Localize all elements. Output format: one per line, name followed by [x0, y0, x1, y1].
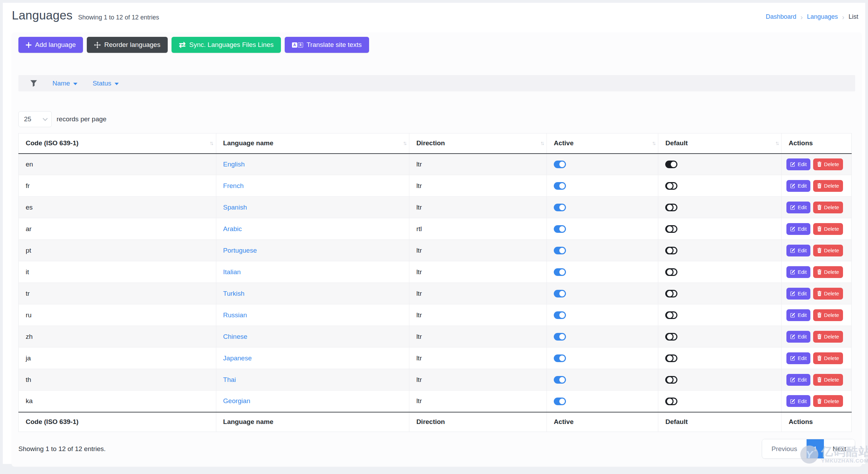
edit-button[interactable]: Edit	[786, 331, 810, 343]
table-head: Code (ISO 639-1)↑↓Language name↑↓Directi…	[19, 133, 852, 154]
direction-cell: rtl	[409, 218, 547, 240]
edit-pencil-icon	[790, 162, 795, 167]
default-toggle[interactable]	[665, 225, 677, 233]
active-toggle[interactable]	[554, 225, 566, 233]
footer-column-header-active: Active	[546, 412, 658, 432]
default-toggle[interactable]	[665, 290, 677, 297]
language-name-link[interactable]: Chinese	[223, 333, 248, 340]
default-toggle[interactable]	[665, 333, 677, 341]
caret-down-icon	[73, 83, 77, 85]
active-toggle[interactable]	[554, 161, 566, 168]
delete-button-label: Delete	[824, 312, 839, 318]
filter-dropdown-name[interactable]: Name	[52, 80, 77, 87]
column-header-code-iso-639-1-[interactable]: Code (ISO 639-1)↑↓	[19, 133, 216, 154]
column-header-default[interactable]: Default↑↓	[658, 133, 782, 154]
active-toggle[interactable]	[554, 398, 566, 405]
code-cell: it	[19, 261, 216, 283]
delete-button[interactable]: Delete	[813, 331, 843, 343]
row-actions: Edit Delete	[786, 202, 846, 213]
delete-button[interactable]: Delete	[813, 158, 843, 170]
edit-button[interactable]: Edit	[786, 266, 810, 278]
column-header-direction[interactable]: Direction↑↓	[409, 133, 547, 154]
delete-button[interactable]: Delete	[813, 223, 843, 235]
delete-button[interactable]: Delete	[813, 352, 843, 364]
language-name-link[interactable]: Japanese	[223, 354, 252, 362]
default-toggle[interactable]	[665, 161, 677, 168]
breadcrumb-link-languages[interactable]: Languages	[807, 13, 838, 21]
breadcrumb-link-dashboard[interactable]: Dashboard	[766, 13, 796, 21]
edit-button[interactable]: Edit	[786, 309, 810, 321]
edit-button[interactable]: Edit	[786, 352, 810, 364]
language-name-link[interactable]: Thai	[223, 376, 236, 383]
edit-button[interactable]: Edit	[786, 374, 810, 386]
delete-button-label: Delete	[824, 247, 839, 253]
delete-button[interactable]: Delete	[813, 202, 843, 213]
delete-button-label: Delete	[824, 161, 839, 167]
reorder-languages-button[interactable]: Reorder languages	[87, 37, 168, 53]
pagination-page-1[interactable]: 1	[807, 439, 824, 458]
table-row: tr Turkish ltr Edit Delete	[19, 283, 852, 304]
row-actions: Edit Delete	[786, 245, 846, 256]
language-name-link[interactable]: Georgian	[223, 397, 250, 404]
edit-button[interactable]: Edit	[786, 245, 810, 256]
delete-button[interactable]: Delete	[813, 288, 843, 300]
language-name-link[interactable]: English	[223, 161, 245, 168]
pagination-next[interactable]: Next	[824, 439, 855, 458]
active-toggle[interactable]	[554, 247, 566, 254]
sync-arrows-icon: ⇄	[179, 41, 186, 49]
language-name-link[interactable]: Portuguese	[223, 247, 257, 254]
add-language-button[interactable]: Add language	[18, 37, 83, 53]
edit-pencil-icon	[790, 356, 795, 361]
footer-column-header-direction: Direction	[409, 412, 547, 432]
active-toggle[interactable]	[554, 311, 566, 319]
edit-button[interactable]: Edit	[786, 288, 810, 300]
code-cell: tr	[19, 283, 216, 304]
delete-button[interactable]: Delete	[813, 266, 843, 278]
language-name-link[interactable]: Italian	[223, 268, 241, 276]
default-toggle[interactable]	[665, 398, 677, 405]
default-toggle[interactable]	[665, 376, 677, 384]
pagination-previous[interactable]: Previous	[762, 439, 807, 458]
translate-site-texts-button[interactable]: A文 Translate site texts	[285, 37, 369, 53]
active-toggle[interactable]	[554, 290, 566, 297]
active-toggle[interactable]	[554, 182, 566, 190]
default-toggle[interactable]	[665, 247, 677, 254]
delete-button[interactable]: Delete	[813, 395, 843, 407]
table-row: ru Russian ltr Edit Delete	[19, 304, 852, 326]
active-toggle[interactable]	[554, 204, 566, 211]
default-toggle[interactable]	[665, 204, 677, 211]
sync-languages-button[interactable]: ⇄ Sync. Languages Files Lines	[172, 37, 281, 53]
edit-button[interactable]: Edit	[786, 223, 810, 235]
default-toggle[interactable]	[665, 354, 677, 362]
edit-pencil-icon	[790, 205, 795, 210]
active-toggle[interactable]	[554, 354, 566, 362]
active-toggle[interactable]	[554, 333, 566, 341]
edit-button[interactable]: Edit	[786, 202, 810, 213]
default-toggle[interactable]	[665, 268, 677, 276]
filter-dropdown-status[interactable]: Status	[93, 80, 119, 87]
delete-button[interactable]: Delete	[813, 309, 843, 321]
default-toggle[interactable]	[665, 311, 677, 319]
direction-cell: ltr	[409, 391, 547, 412]
language-name-link[interactable]: Turkish	[223, 290, 245, 297]
edit-button[interactable]: Edit	[786, 180, 810, 192]
language-name-link[interactable]: Russian	[223, 311, 247, 319]
language-name-link[interactable]: French	[223, 182, 244, 189]
edit-button[interactable]: Edit	[786, 158, 810, 170]
delete-button[interactable]: Delete	[813, 245, 843, 256]
column-header-active[interactable]: Active↑↓	[546, 133, 658, 154]
default-toggle[interactable]	[665, 182, 677, 190]
delete-button-label: Delete	[824, 334, 839, 340]
language-name-link[interactable]: Spanish	[223, 204, 247, 211]
code-cell: ka	[19, 391, 216, 412]
edit-button[interactable]: Edit	[786, 395, 810, 407]
active-toggle[interactable]	[554, 376, 566, 384]
active-toggle[interactable]	[554, 268, 566, 276]
trash-icon	[817, 162, 822, 167]
language-name-link[interactable]: Arabic	[223, 225, 242, 232]
column-header-language-name[interactable]: Language name↑↓	[216, 133, 409, 154]
delete-button[interactable]: Delete	[813, 180, 843, 192]
records-per-page-label: records per page	[57, 115, 107, 123]
records-per-page-select[interactable]: 25	[18, 111, 52, 127]
delete-button[interactable]: Delete	[813, 374, 843, 386]
